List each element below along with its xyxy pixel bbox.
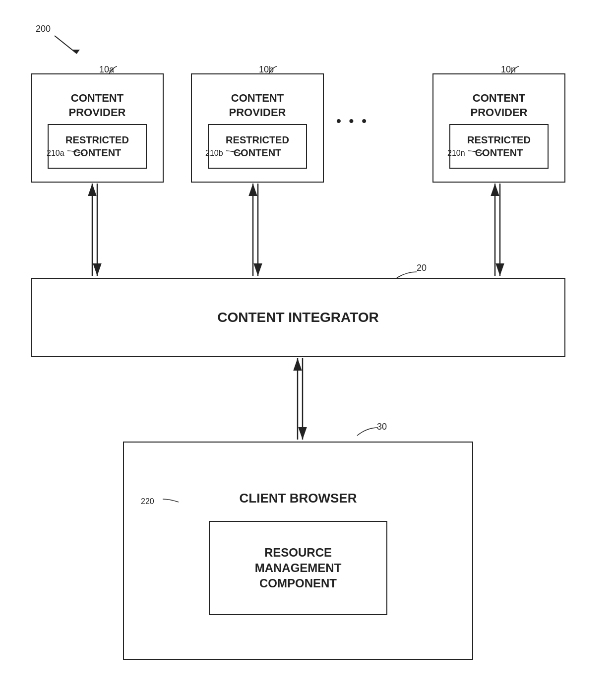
restricted-content-a-title: RESTRICTEDCONTENT <box>65 133 129 159</box>
ref-10n: 10n <box>501 64 516 75</box>
content-integrator-title: CONTENT INTEGRATOR <box>213 305 383 330</box>
provider-a-box: CONTENTPROVIDER RESTRICTEDCONTENT <box>31 73 164 183</box>
ref-10a: 10a <box>99 64 114 75</box>
restricted-content-b-box: RESTRICTEDCONTENT <box>208 124 307 169</box>
ref-10b: 10b <box>259 64 274 75</box>
ref-210a: 210a <box>47 149 64 158</box>
ellipsis-dots: • • • <box>336 113 369 129</box>
ref-210b: 210b <box>205 149 223 158</box>
restricted-content-b-title: RESTRICTEDCONTENT <box>226 133 289 159</box>
client-browser-title: CLIENT BROWSER <box>236 486 361 511</box>
main-ref-label: 200 <box>36 24 51 34</box>
ref-220: 220 <box>141 497 154 506</box>
diagram-container: 200 CONTENTPROVIDER RESTRICTEDCONTENT 10… <box>0 0 615 700</box>
provider-n-box: CONTENTPROVIDER RESTRICTEDCONTENT <box>432 73 565 183</box>
content-integrator-box: CONTENT INTEGRATOR <box>31 278 565 357</box>
provider-b-box: CONTENTPROVIDER RESTRICTEDCONTENT <box>191 73 324 183</box>
provider-n-title: CONTENTPROVIDER <box>467 87 532 124</box>
restricted-content-n-title: RESTRICTEDCONTENT <box>467 133 531 159</box>
ref-20: 20 <box>417 263 427 273</box>
client-browser-box: CLIENT BROWSER RESOURCEMANAGEMENTCOMPONE… <box>123 442 473 660</box>
ref-210n: 210n <box>447 149 465 158</box>
resource-management-title: RESOURCEMANAGEMENTCOMPONENT <box>255 545 342 591</box>
provider-a-title: CONTENTPROVIDER <box>65 87 130 124</box>
svg-line-0 <box>55 36 77 54</box>
svg-marker-1 <box>72 50 80 54</box>
restricted-content-a-box: RESTRICTEDCONTENT <box>48 124 147 169</box>
provider-b-title: CONTENTPROVIDER <box>225 87 290 124</box>
restricted-content-n-box: RESTRICTEDCONTENT <box>449 124 549 169</box>
resource-management-box: RESOURCEMANAGEMENTCOMPONENT <box>209 521 387 615</box>
ref-30: 30 <box>377 422 387 432</box>
